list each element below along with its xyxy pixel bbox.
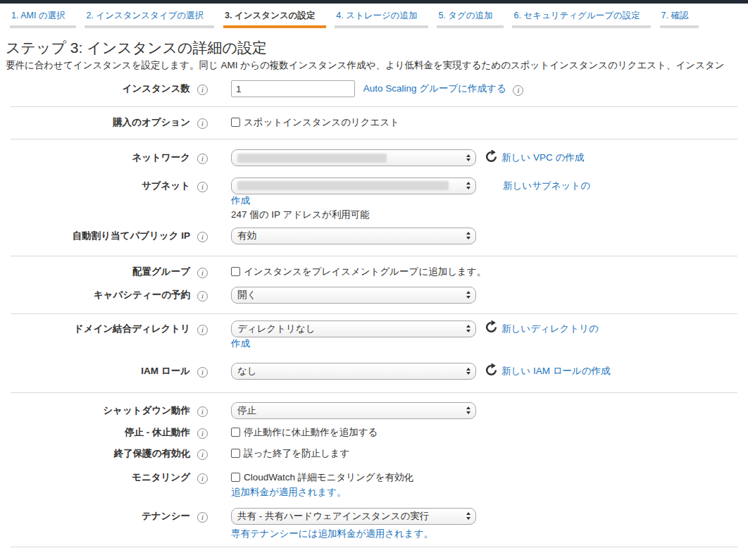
- monitoring-pricing-note[interactable]: 追加料金が適用されます。: [231, 486, 617, 498]
- tenancy-select[interactable]: 共有 - 共有ハードウェアインスタンスの実行: [231, 508, 476, 525]
- placement-group-checkbox-label: インスタンスをプレイスメントグループに追加します。: [244, 266, 486, 277]
- info-icon[interactable]: [197, 182, 208, 192]
- tenancy-label: テナンシー: [0, 508, 190, 522]
- info-icon[interactable]: [197, 449, 208, 460]
- instance-count-label: インスタンス数: [0, 80, 190, 94]
- info-icon[interactable]: [197, 268, 208, 278]
- page-title: ステップ 3: インスタンスの詳細の設定: [6, 38, 748, 57]
- auto-assign-public-ip-label: 自動割り当てパブリック IP: [0, 228, 190, 242]
- select-arrow-icon: [466, 406, 470, 414]
- info-icon[interactable]: [197, 367, 208, 378]
- launch-into-autoscaling-link[interactable]: Auto Scaling グループに作成する: [363, 83, 506, 94]
- select-arrow-icon: [466, 368, 470, 375]
- row-shutdown-behavior: シャットダウン動作 停止: [0, 402, 748, 419]
- tab-add-tags[interactable]: 5. タグの追加: [437, 8, 503, 28]
- row-purchase-option: 購入のオプション スポットインスタンスのリクエスト: [0, 116, 748, 129]
- info-icon[interactable]: [197, 118, 208, 129]
- row-termination-protection: 終了保護の有効化 誤った終了を防止します: [0, 447, 748, 460]
- tab-configure-instance[interactable]: 3. インスタンスの設定: [223, 8, 325, 28]
- instance-count-input[interactable]: [231, 80, 355, 97]
- page-description: 要件に合わせてインスタンスを設定します。同じ AMI からの複数インスタンス作成…: [6, 59, 748, 71]
- spot-instance-checkbox-label: スポットインスタンスのリクエスト: [244, 117, 399, 127]
- monitoring-label: モニタリング: [0, 471, 190, 483]
- viewport-bottom-edge: [0, 547, 748, 560]
- row-stop-hibernate: 停止 - 休止動作 停止動作に休止動作を追加する: [0, 426, 748, 439]
- row-auto-assign-public-ip: 自動割り当てパブリック IP 有効: [0, 228, 748, 244]
- termination-protection-checkbox-label: 誤った終了を防止します: [244, 448, 349, 459]
- create-vpc-link[interactable]: 新しい VPC の作成: [501, 152, 584, 163]
- monitoring-checkbox[interactable]: [231, 473, 240, 482]
- select-arrow-icon: [466, 232, 470, 239]
- create-iam-role-link[interactable]: 新しい IAM ロールの作成: [501, 366, 611, 376]
- subnet-label: サブネット: [0, 178, 190, 192]
- row-instance-count: インスタンス数 Auto Scaling グループに作成する: [0, 80, 748, 97]
- spot-instance-checkbox[interactable]: [231, 118, 240, 127]
- stop-hibernate-label: 停止 - 休止動作: [0, 426, 190, 438]
- select-value: 有効: [237, 230, 256, 242]
- info-icon[interactable]: [197, 406, 208, 417]
- tab-configure-security-group[interactable]: 6. セキュリティグループの設定: [512, 8, 650, 28]
- stop-hibernate-checkbox-label: 停止動作に休止動作を追加する: [244, 427, 378, 437]
- select-arrow-icon: [466, 182, 470, 189]
- info-icon[interactable]: [197, 428, 208, 439]
- select-value: なし: [237, 365, 257, 378]
- subnet-ip-availability-note: 247 個の IP アドレスが利用可能: [231, 209, 599, 220]
- capacity-reservation-label: キャパシティーの予約: [0, 287, 190, 301]
- row-capacity-reservation: キャパシティーの予約 開く: [0, 287, 748, 304]
- row-network: ネットワーク 新しい VPC の作成: [0, 149, 748, 167]
- subnet-select[interactable]: [231, 178, 476, 194]
- redacted-value: [237, 181, 449, 190]
- termination-protection-checkbox[interactable]: [231, 449, 240, 458]
- tab-choose-ami[interactable]: 1. AMI の選択: [10, 8, 76, 28]
- tab-choose-instance-type[interactable]: 2. インスタンスタイプの選択: [85, 8, 214, 28]
- row-domain-join-directory: ドメイン結合ディレクトリ ディレクトリなし新しいディレクトリの作成: [0, 321, 748, 351]
- domain-join-directory-label: ドメイン結合ディレクトリ: [0, 321, 190, 335]
- info-icon[interactable]: [197, 473, 208, 484]
- network-label: ネットワーク: [0, 149, 190, 163]
- termination-protection-label: 終了保護の有効化: [0, 447, 190, 459]
- select-arrow-icon: [466, 512, 470, 520]
- info-icon[interactable]: [197, 85, 208, 95]
- row-placement-group: 配置グループ インスタンスをプレイスメントグループに追加します。: [0, 266, 748, 278]
- domain-join-directory-select[interactable]: ディレクトリなし: [231, 321, 476, 337]
- shutdown-behavior-label: シャットダウン動作: [0, 402, 190, 416]
- refresh-icon[interactable]: [485, 150, 498, 167]
- monitoring-checkbox-label: CloudWatch 詳細モニタリングを有効化: [244, 472, 413, 483]
- placement-group-checkbox[interactable]: [231, 267, 240, 276]
- separator: [11, 547, 737, 547]
- refresh-icon[interactable]: [485, 321, 498, 337]
- info-icon[interactable]: [197, 291, 208, 301]
- select-value: ディレクトリなし: [237, 323, 316, 335]
- select-arrow-icon: [466, 291, 470, 299]
- info-icon[interactable]: [197, 512, 208, 523]
- wizard-step-tabs: 1. AMI の選択 2. インスタンスタイプの選択 3. インスタンスの設定 …: [0, 4, 748, 28]
- row-monitoring: モニタリング CloudWatch 詳細モニタリングを有効化 追加料金が適用され…: [0, 471, 748, 498]
- row-subnet: サブネット 新しいサブネットの作成 247 個の IP アドレスが利用可能: [0, 178, 748, 220]
- select-value: 共有 - 共有ハードウェアインスタンスの実行: [237, 510, 429, 523]
- purchase-option-label: 購入のオプション: [0, 116, 190, 128]
- network-select[interactable]: [231, 149, 476, 166]
- info-icon[interactable]: [197, 154, 208, 164]
- select-arrow-icon: [466, 325, 470, 332]
- info-icon[interactable]: [513, 85, 523, 96]
- shutdown-behavior-select[interactable]: 停止: [231, 402, 476, 419]
- refresh-icon[interactable]: [485, 363, 498, 380]
- select-arrow-icon: [466, 154, 470, 162]
- auto-assign-public-ip-select[interactable]: 有効: [231, 228, 476, 244]
- capacity-reservation-select[interactable]: 開く: [231, 287, 476, 304]
- row-iam-role: IAM ロール なし新しい IAM ロールの作成: [0, 363, 748, 380]
- iam-role-label: IAM ロール: [0, 363, 190, 377]
- redacted-value: [237, 154, 387, 163]
- info-icon[interactable]: [197, 325, 208, 335]
- tab-add-storage[interactable]: 4. ストレージの追加: [335, 8, 428, 28]
- row-tenancy: テナンシー 共有 - 共有ハードウェアインスタンスの実行 専有テナンシーには追加…: [0, 508, 748, 540]
- tenancy-pricing-note[interactable]: 専有テナンシーには追加料金が適用されます。: [231, 528, 617, 540]
- iam-role-select[interactable]: なし: [231, 363, 476, 380]
- stop-hibernate-checkbox[interactable]: [231, 428, 240, 437]
- configure-instance-form: インスタンス数 Auto Scaling グループに作成する 購入のオプション …: [0, 80, 748, 559]
- placement-group-label: 配置グループ: [0, 266, 190, 278]
- select-value: 開く: [237, 289, 256, 301]
- tab-review[interactable]: 7. 確認: [660, 8, 699, 28]
- spacer: [476, 187, 503, 188]
- info-icon[interactable]: [197, 232, 208, 242]
